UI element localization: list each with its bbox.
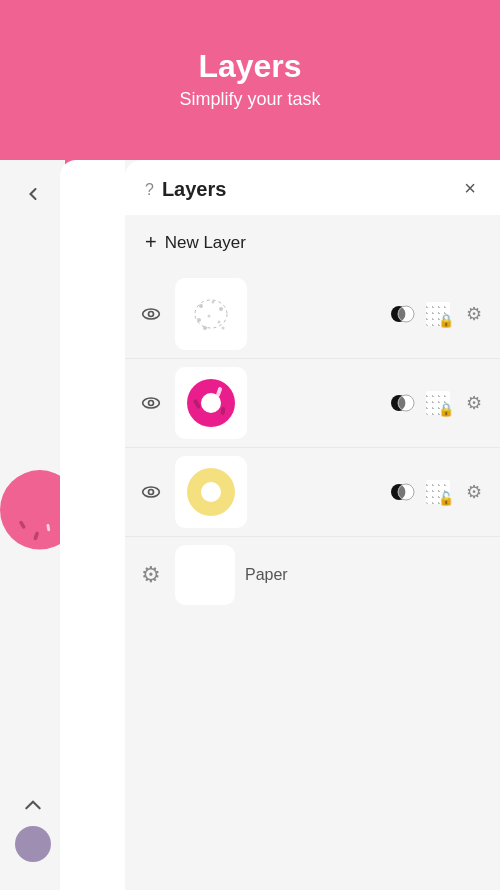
panel-title: Layers <box>162 178 227 201</box>
table-row: 🔒 ⚙ <box>125 270 500 358</box>
panel-header: ? Layers × <box>125 160 500 215</box>
layer-preview <box>179 371 243 435</box>
blend-icon <box>389 390 415 416</box>
layer-controls: 🔓 ⚙ <box>388 478 488 506</box>
svg-point-5 <box>143 309 160 319</box>
layer-controls: 🔒 ⚙ <box>388 389 488 417</box>
paper-settings-button[interactable]: ⚙ <box>137 561 165 589</box>
layer-preview <box>181 284 241 344</box>
svg-point-30 <box>143 487 160 497</box>
layers-list: 🔒 ⚙ <box>125 270 500 613</box>
canvas-preview <box>0 212 65 786</box>
page-subtitle: Simplify your task <box>20 89 480 110</box>
layer-preview <box>179 460 243 524</box>
layer-thumbnail <box>175 456 247 528</box>
svg-point-20 <box>143 398 160 408</box>
paper-label: Paper <box>245 566 288 584</box>
new-layer-label: New Layer <box>165 233 246 253</box>
settings-button[interactable]: ⚙ <box>460 478 488 506</box>
lock-button[interactable]: 🔒 <box>424 300 452 328</box>
settings-button[interactable]: ⚙ <box>460 389 488 417</box>
blend-icon <box>389 301 415 327</box>
visibility-toggle[interactable] <box>137 300 165 328</box>
svg-point-10 <box>212 301 215 304</box>
help-icon[interactable]: ? <box>145 181 154 199</box>
plus-icon: + <box>145 231 157 254</box>
lock-icon: 🔒 <box>438 313 454 328</box>
canvas-artwork <box>0 434 65 564</box>
close-button[interactable]: × <box>456 174 484 202</box>
table-row: ⚙ Paper <box>125 536 500 613</box>
new-layer-button[interactable]: + New Layer <box>125 215 500 270</box>
page-title: Layers <box>20 48 480 85</box>
layer-thumbnail <box>175 278 247 350</box>
lock-icon: 🔓 <box>438 491 454 506</box>
visibility-toggle[interactable] <box>137 389 165 417</box>
lock-button[interactable]: 🔒 <box>424 389 452 417</box>
svg-point-14 <box>218 321 221 324</box>
lock-button[interactable]: 🔓 <box>424 478 452 506</box>
svg-point-21 <box>149 401 154 406</box>
table-row: 🔓 ⚙ <box>125 447 500 536</box>
svg-point-1 <box>24 494 56 526</box>
svg-rect-7 <box>181 284 241 344</box>
visibility-toggle[interactable] <box>137 478 165 506</box>
svg-point-16 <box>222 327 225 330</box>
blend-icon <box>389 479 415 505</box>
chevron-up-button[interactable] <box>23 798 43 816</box>
header-section: Layers Simplify your task <box>0 0 500 140</box>
svg-point-12 <box>208 315 211 318</box>
settings-button[interactable]: ⚙ <box>460 300 488 328</box>
svg-point-34 <box>201 482 221 502</box>
bottom-controls <box>15 786 51 874</box>
layers-panel: ? Layers × + New Layer <box>125 160 500 890</box>
blend-mode-button[interactable] <box>388 478 416 506</box>
lock-icon: 🔒 <box>438 402 454 417</box>
left-sidebar <box>0 160 65 890</box>
table-row: 🔒 ⚙ <box>125 358 500 447</box>
color-swatch[interactable] <box>15 826 51 862</box>
svg-point-9 <box>199 304 203 308</box>
svg-point-31 <box>149 490 154 495</box>
back-button[interactable] <box>15 176 51 212</box>
layer-thumbnail <box>175 367 247 439</box>
svg-point-6 <box>149 312 154 317</box>
svg-point-11 <box>219 307 223 311</box>
app-container: ? Layers × + New Layer <box>60 160 500 890</box>
layer-controls: 🔒 ⚙ <box>388 300 488 328</box>
blend-mode-button[interactable] <box>388 389 416 417</box>
paper-thumbnail <box>175 545 235 605</box>
blend-mode-button[interactable] <box>388 300 416 328</box>
